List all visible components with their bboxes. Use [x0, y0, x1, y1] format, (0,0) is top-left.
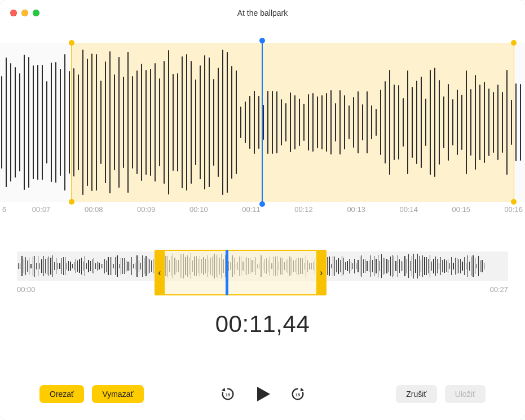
- selection-region[interactable]: [71, 43, 515, 202]
- timeline-tick: 00:15: [439, 205, 484, 214]
- timeline-tick: 6: [0, 205, 11, 214]
- play-icon: [253, 384, 272, 404]
- timeline-tick: 00:08: [71, 205, 116, 214]
- timeline-tick: 00:09: [123, 205, 169, 214]
- overview-start-time: 00:00: [17, 285, 36, 294]
- waveform-editor[interactable]: 600:0700:0800:0900:1000:1100:1200:1300:1…: [0, 43, 525, 223]
- skip-back-icon: 15: [219, 386, 236, 403]
- toolbar: Orezať Vymazať 15 15 Zrušiť Uložiť: [0, 385, 525, 403]
- timeline-tick: 00:11: [228, 205, 273, 214]
- play-button[interactable]: [253, 384, 272, 404]
- close-window-button[interactable]: [10, 10, 17, 16]
- skip-forward-icon: 15: [289, 386, 306, 403]
- trim-button[interactable]: Orezať: [39, 385, 84, 403]
- cancel-button[interactable]: Zrušiť: [396, 385, 436, 403]
- transport-controls: 15 15: [219, 384, 306, 404]
- save-button[interactable]: Uložiť: [445, 385, 486, 403]
- timeline-tick: 00:16: [491, 205, 525, 214]
- svg-text:15: 15: [295, 392, 299, 397]
- timeline-ruler: 600:0700:0800:0900:1000:1100:1200:1300:1…: [0, 202, 525, 223]
- minimize-window-button[interactable]: [21, 10, 28, 16]
- overview-selection[interactable]: ‹ ›: [155, 250, 327, 295]
- current-time-display: 00:11,44: [0, 311, 525, 338]
- timeline-tick: 00:14: [386, 205, 431, 214]
- skip-back-button[interactable]: 15: [219, 386, 236, 403]
- overview-trim-handle-left[interactable]: ‹: [155, 251, 165, 294]
- timeline-tick: 00:10: [176, 205, 221, 214]
- timeline-tick: 00:13: [334, 205, 379, 214]
- window-title: At the ballpark: [0, 8, 525, 17]
- svg-text:15: 15: [225, 392, 230, 397]
- delete-button[interactable]: Vymazať: [92, 385, 143, 403]
- zoom-window-button[interactable]: [33, 10, 39, 16]
- overview-playhead[interactable]: [226, 250, 228, 295]
- overview-trim-handle-right[interactable]: ›: [316, 251, 327, 294]
- titlebar: At the ballpark: [0, 0, 525, 26]
- timeline-tick: 00:07: [19, 205, 64, 214]
- timeline-tick: 00:12: [281, 205, 327, 214]
- skip-forward-button[interactable]: 15: [289, 386, 306, 403]
- playhead[interactable]: [262, 40, 263, 205]
- window-controls: [10, 10, 39, 16]
- overview-end-time: 00:27: [489, 285, 508, 294]
- waveform-overview[interactable]: ‹ › 00:00 00:27: [17, 251, 508, 294]
